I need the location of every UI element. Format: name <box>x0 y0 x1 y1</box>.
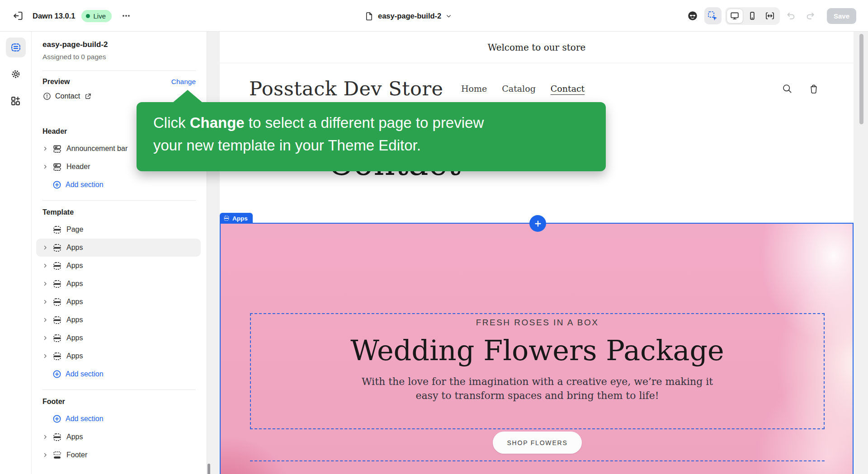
settings-gear-icon <box>10 69 21 80</box>
section-row-apps-3[interactable]: Apps <box>32 275 207 293</box>
apps-section-canvas[interactable]: Apps FRESH ROSES IN A BOX Wedding Flower… <box>220 223 854 474</box>
nav-catalog[interactable]: Catalog <box>502 84 536 94</box>
save-button[interactable]: Save <box>827 8 856 24</box>
sections-icon <box>10 42 21 53</box>
add-section-header[interactable]: Add section <box>32 176 207 194</box>
add-section-label: Add section <box>66 370 104 378</box>
chevron-right-icon[interactable] <box>42 452 52 458</box>
section-row-apps-1[interactable]: Apps <box>36 239 201 257</box>
search-icon[interactable] <box>781 83 793 94</box>
panel-scrollbar[interactable] <box>208 464 210 474</box>
more-actions-button[interactable] <box>118 8 134 24</box>
section-row-footer-apps[interactable]: Apps <box>32 428 207 446</box>
theme-editor: Dawn 13.0.1 Live easy-page-buil <box>0 0 868 474</box>
desktop-view-button[interactable] <box>726 9 743 23</box>
section-row-page[interactable]: Page <box>32 221 207 239</box>
inspect-icon <box>707 10 718 22</box>
preview-incognito-button[interactable] <box>684 8 701 24</box>
page-selector[interactable]: easy-page-build-2 <box>364 0 452 32</box>
chevron-right-icon[interactable] <box>42 164 52 169</box>
change-preview-link[interactable]: Change <box>171 78 196 86</box>
apps-section-badge[interactable]: Apps <box>220 213 253 224</box>
device-preview-segmented <box>725 7 780 25</box>
section-footer-icon <box>52 451 62 460</box>
chevron-right-icon[interactable] <box>42 281 52 286</box>
hero-body: With the love for the imagination with a… <box>362 375 713 403</box>
redo-icon <box>805 10 816 21</box>
section-row-apps-6[interactable]: Apps <box>32 329 207 347</box>
exit-editor-button[interactable] <box>10 8 26 24</box>
preview-scrollbar-track[interactable] <box>857 32 868 474</box>
divider <box>42 200 196 201</box>
fullwidth-view-button[interactable] <box>762 9 778 23</box>
page-icon <box>364 11 374 21</box>
rail-sections-tab[interactable] <box>6 38 26 57</box>
section-row-footer[interactable]: Footer <box>32 446 207 464</box>
section-apps-icon <box>52 297 62 307</box>
preview-scrollbar-thumb[interactable] <box>859 34 863 124</box>
store-name[interactable]: Posstack Dev Store <box>249 77 443 100</box>
chevron-right-icon[interactable] <box>42 434 52 440</box>
section-apps-icon <box>52 333 62 343</box>
template-assignment: Assigned to 0 pages <box>42 52 196 61</box>
undo-button[interactable] <box>783 8 799 23</box>
editor-rail <box>0 32 32 474</box>
preview-heading: Preview <box>42 78 70 86</box>
section-apps-icon <box>52 279 62 289</box>
store-nav: Home Catalog Contact <box>461 84 585 94</box>
section-header-icon <box>52 144 62 154</box>
section-inspector-button[interactable] <box>704 7 722 24</box>
chevron-right-icon[interactable] <box>42 317 52 323</box>
info-icon <box>42 92 52 101</box>
section-row-label: Footer <box>66 451 87 459</box>
section-row-label: Header <box>66 163 90 171</box>
chevron-down-icon <box>445 13 452 19</box>
plus-circle-icon <box>52 370 61 379</box>
tooltip-text: Click Change to select a different page … <box>153 114 484 154</box>
cart-icon[interactable] <box>808 83 820 94</box>
more-icon <box>121 11 131 21</box>
group-heading-template: Template <box>42 208 196 217</box>
hero-text-block[interactable]: FRESH ROSES IN A BOX Wedding Flowers Pac… <box>250 313 825 429</box>
announcement-bar: Welcome to our store <box>220 32 854 63</box>
next-block-outline <box>250 460 825 461</box>
plus-circle-icon <box>52 414 61 423</box>
add-section-label: Add section <box>66 415 104 423</box>
panel-head: easy-page-build-2 Assigned to 0 pages <box>32 32 207 61</box>
section-row-apps-2[interactable]: Apps <box>32 257 207 275</box>
nav-contact[interactable]: Contact <box>551 84 585 94</box>
add-section-template[interactable]: Add section <box>32 365 207 383</box>
plus-icon <box>534 220 542 228</box>
shop-flowers-button[interactable]: SHOP FLOWERS <box>493 432 582 454</box>
add-block-button[interactable] <box>529 215 546 232</box>
add-section-footer[interactable]: Add section <box>32 410 207 428</box>
change-preview-tooltip: Click Change to select a different page … <box>137 102 606 171</box>
chevron-right-icon[interactable] <box>42 263 52 268</box>
section-row-apps-7[interactable]: Apps <box>32 347 207 365</box>
rail-app-embeds-tab[interactable] <box>6 91 26 111</box>
incognito-icon <box>687 10 698 22</box>
section-row-label: Apps <box>66 433 83 441</box>
section-row-apps-5[interactable]: Apps <box>32 311 207 329</box>
exit-icon <box>12 10 24 22</box>
section-row-apps-4[interactable]: Apps <box>32 293 207 311</box>
mobile-view-button[interactable] <box>744 9 761 23</box>
chevron-right-icon[interactable] <box>42 299 52 305</box>
section-row-label: Apps <box>66 244 83 252</box>
external-link-icon[interactable] <box>84 92 92 101</box>
desktop-icon <box>730 11 740 21</box>
chevron-right-icon[interactable] <box>42 146 52 151</box>
redo-button[interactable] <box>802 8 818 23</box>
section-apps-icon <box>52 315 62 325</box>
divider <box>42 390 196 390</box>
section-row-label: Apps <box>66 280 83 288</box>
chevron-right-icon[interactable] <box>42 335 52 341</box>
rail-theme-settings-tab[interactable] <box>6 64 26 84</box>
section-row-label: Apps <box>66 262 83 270</box>
nav-home[interactable]: Home <box>461 84 487 94</box>
chevron-right-icon[interactable] <box>42 245 52 250</box>
section-apps-icon <box>52 225 62 235</box>
hero-title: Wedding Flowers Package <box>350 334 724 367</box>
chevron-right-icon[interactable] <box>42 353 52 359</box>
template-title: easy-page-build-2 <box>42 40 196 50</box>
